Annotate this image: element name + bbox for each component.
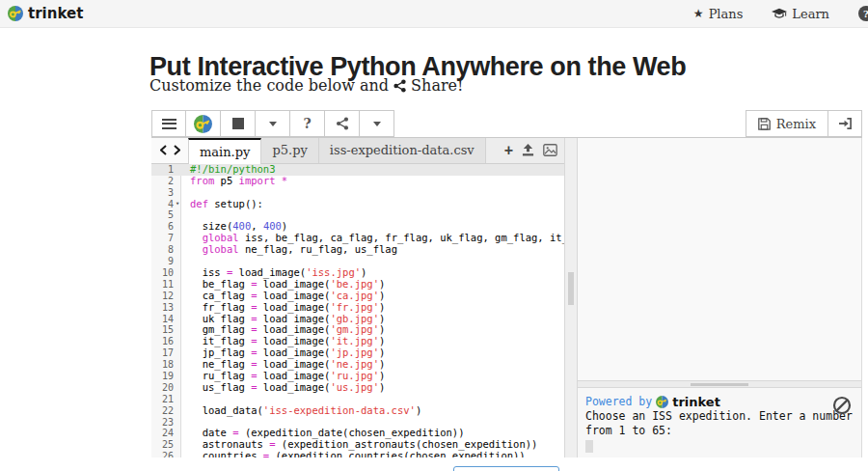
tab-scroll-nav[interactable]: [151, 138, 188, 163]
bottom-partial-button[interactable]: [453, 466, 559, 471]
code-line: 17 jp_flag = load_image('jp.jpg'): [151, 347, 564, 359]
chevron-right-icon[interactable]: [174, 145, 180, 155]
code-text: [180, 394, 190, 405]
tab-label: iss-expedition-data.csv: [330, 143, 475, 157]
site-header: trinket ★ Plans Learn ?: [0, 0, 868, 28]
upload-icon[interactable]: [522, 144, 534, 156]
nav-learn-label: Learn: [792, 7, 829, 21]
chevron-down-icon: [373, 122, 381, 126]
question-mark-icon: ?: [303, 116, 311, 131]
stop-square-icon: [232, 118, 244, 129]
code-text: date = (expedition_date(chosen_expeditio…: [180, 428, 465, 439]
code-text: astronauts = (expedition_astronauts(chos…: [180, 439, 537, 451]
horizontal-splitter[interactable]: [578, 380, 861, 388]
trinket-logo[interactable]: trinket: [8, 5, 83, 22]
line-number: 7: [151, 233, 180, 244]
code-text: countries = (expedition_countries(chosen…: [180, 451, 526, 457]
splitter-grip[interactable]: [568, 272, 574, 305]
brand-name: trinket: [28, 5, 83, 22]
widget-body: main.py p5.py iss-expedition-data.csv +: [151, 138, 862, 457]
code-text: gm_flag = load_image('gm.jpg'): [180, 324, 385, 336]
line-number: 11: [151, 279, 180, 291]
help-button[interactable]: ?: [290, 110, 325, 137]
code-text: fr_flag = load_image('fr.jpg'): [180, 302, 385, 314]
line-number: 21: [151, 394, 180, 405]
nav-learn[interactable]: Learn: [772, 7, 829, 21]
line-number: 5: [151, 209, 180, 221]
code-line: 14 uk_flag = load_image('gb.jpg'): [151, 314, 564, 325]
code-line: 3: [151, 187, 564, 199]
run-trinket-icon: [194, 115, 212, 133]
sign-in-arrow-icon: [838, 117, 853, 130]
code-text: [180, 209, 190, 221]
code-line: 15 gm_flag = load_image('gm.jpg'): [151, 324, 564, 336]
code-line: 22 load_data('iss-expedition-data.csv'): [151, 405, 564, 417]
code-text: ne_flag = load_image('ne.jpg'): [180, 359, 385, 371]
code-line: 5: [151, 209, 564, 221]
tab-p5-py[interactable]: p5.py: [261, 138, 318, 163]
cancel-circle-icon[interactable]: [832, 396, 852, 415]
code-text: def setup():: [180, 199, 263, 210]
sign-in-button[interactable]: [827, 110, 862, 137]
image-icon[interactable]: [543, 144, 557, 156]
code-line: 26 countries = (expedition_countries(cho…: [151, 451, 564, 457]
console-input-cursor[interactable]: [585, 440, 593, 453]
nav-plans[interactable]: ★ Plans: [693, 7, 743, 21]
code-line: 4▾def setup():: [151, 199, 564, 210]
code-line: 12 ca_flag = load_image('ca.jpg'): [151, 291, 564, 302]
code-text: [180, 417, 190, 429]
code-line: 10 iss = load_image('iss.jpg'): [151, 267, 564, 279]
line-number: 18: [151, 359, 180, 371]
code-text: jp_flag = load_image('jp.jpg'): [180, 347, 385, 359]
chevron-left-icon[interactable]: [160, 145, 167, 155]
tab-iss-expedition-data-csv[interactable]: iss-expedition-data.csv: [319, 138, 486, 163]
share-options-dropdown[interactable]: [360, 110, 394, 137]
tab-main-py[interactable]: main.py: [188, 138, 261, 164]
code-text: load_data('iss-expedition-data.csv'): [180, 405, 421, 417]
code-line: 13 fr_flag = load_image('fr.jpg'): [151, 302, 564, 314]
code-line: 25 astronauts = (expedition_astronauts(c…: [151, 439, 564, 451]
line-number: 6: [151, 221, 180, 233]
code-line: 7 global iss, be_flag, ca_flag, fr_flag,…: [151, 233, 564, 244]
chevron-down-icon: [269, 122, 277, 126]
code-text: [180, 187, 190, 199]
header-nav: ★ Plans Learn ?: [693, 6, 868, 21]
page-subtitle: Customize the code below and Share!: [149, 76, 463, 95]
line-number: 15: [151, 324, 180, 336]
code-line: 8 global ne_flag, ru_flag, us_flag: [151, 244, 564, 256]
line-number: 8: [151, 244, 180, 256]
subtitle-text: Customize the code below and: [149, 76, 389, 95]
code-text: size(400, 400): [180, 221, 287, 233]
vertical-splitter[interactable]: [564, 138, 578, 457]
line-number: 2: [151, 176, 180, 187]
plus-icon[interactable]: +: [504, 143, 513, 158]
trinket-logo-icon: [656, 396, 668, 408]
code-text: #!/bin/python3: [180, 164, 276, 176]
code-line: 1#!/bin/python3: [151, 164, 564, 176]
fold-arrow-icon[interactable]: ▾: [176, 199, 179, 210]
console-output-line: from 1 to 65:: [585, 424, 854, 438]
code-text: iss = load_image('iss.jpg'): [180, 267, 366, 279]
run-button[interactable]: [186, 110, 221, 137]
line-number: 3: [151, 187, 180, 199]
splitter-grip[interactable]: [691, 383, 748, 386]
tab-label: main.py: [200, 145, 250, 159]
menu-button[interactable]: [151, 110, 186, 137]
share-button[interactable]: [325, 110, 360, 137]
remix-button[interactable]: Remix: [746, 110, 827, 137]
code-text: ca_flag = load_image('ca.jpg'): [180, 291, 385, 302]
line-number: 24: [151, 428, 180, 439]
line-number: 17: [151, 347, 180, 359]
editor-pane: main.py p5.py iss-expedition-data.csv +: [151, 138, 564, 457]
remix-label: Remix: [776, 117, 816, 131]
help-circle-icon[interactable]: ?: [858, 6, 868, 21]
powered-by-brand[interactable]: trinket: [672, 395, 720, 409]
output-console[interactable]: Powered by trinket Choose an ISS expedit…: [578, 388, 861, 457]
code-editor[interactable]: 1#!/bin/python32from p5 import *34▾def s…: [151, 164, 564, 457]
stop-button[interactable]: [221, 110, 256, 137]
output-pane: Powered by trinket Choose an ISS expedit…: [578, 138, 861, 457]
toolbar-right: Remix: [746, 110, 862, 137]
subtitle-share-label[interactable]: Share!: [411, 76, 463, 95]
floppy-save-icon: [758, 118, 771, 130]
run-options-dropdown[interactable]: [256, 110, 290, 137]
